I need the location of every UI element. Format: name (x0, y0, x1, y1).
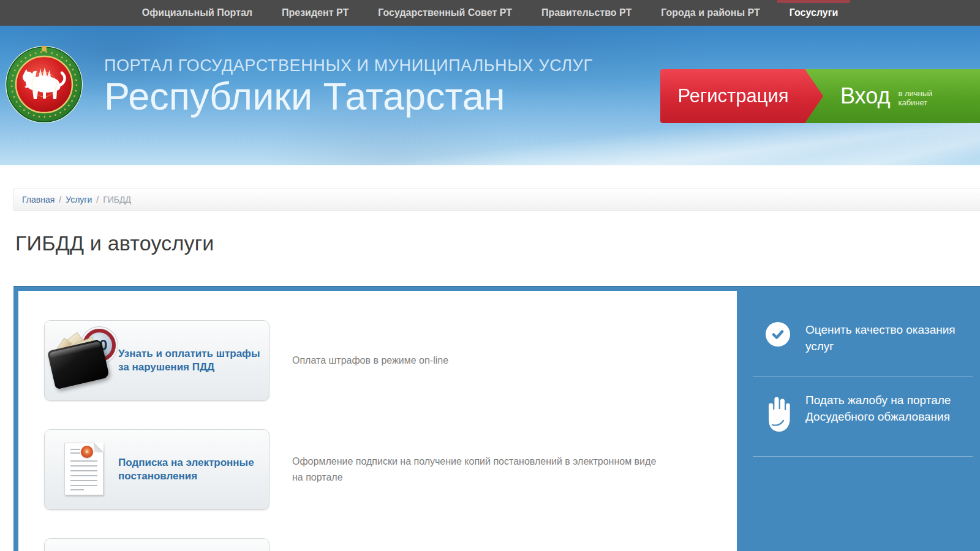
service-row-partial (44, 538, 737, 551)
nav-item-government[interactable]: Правительство РТ (538, 0, 635, 26)
content-frame: 40 Узнать и оплатить штрафы за нарушения… (13, 286, 980, 551)
login-button-note: в личный кабинет (898, 89, 937, 108)
document-icon: ✶ (64, 443, 104, 495)
breadcrumb-link-services[interactable]: Услуги (66, 195, 92, 204)
services-list: 40 Узнать и оплатить штрафы за нарушения… (18, 291, 737, 551)
login-button[interactable]: Вход в личный кабинет (800, 69, 980, 123)
sidebar-divider (753, 376, 973, 377)
service-card-fines[interactable]: 40 Узнать и оплатить штрафы за нарушения… (44, 320, 270, 401)
breadcrumb: Главная / Услуги / ГИБДД (13, 189, 980, 211)
nav-item-official-portal[interactable]: Официальный Портал (138, 0, 256, 26)
service-row-subscription: ✶ Подписка на электронные постановления … (44, 429, 737, 510)
sidebar-item-label: Подать жалобу на портале Досудебного обж… (805, 392, 962, 435)
top-nav: Официальный Портал Президент РТ Государс… (0, 0, 980, 26)
breadcrumb-link-home[interactable]: Главная (22, 195, 55, 204)
breadcrumb-current: ГИБДД (103, 195, 131, 204)
register-button-label: Регистрация (677, 85, 788, 107)
service-title: Узнать и оплатить штрафы за нарушения ПД… (118, 347, 262, 374)
portal-title-block: ПОРТАЛ ГОСУДАРСТВЕННЫХ И МУНИЦИПАЛЬНЫХ У… (104, 56, 593, 117)
check-circle-icon (766, 322, 790, 347)
tatarstan-coat-of-arms-logo[interactable] (5, 45, 83, 124)
service-card-partial[interactable] (44, 538, 270, 551)
page-title: ГИБДД и автоуслуги (15, 231, 980, 255)
service-card-subscription[interactable]: ✶ Подписка на электронные постановления (44, 429, 270, 510)
breadcrumb-separator: / (96, 195, 99, 204)
stop-hand-icon (764, 392, 792, 435)
portal-title: Республики Татарстан (104, 75, 593, 117)
breadcrumb-separator: / (59, 195, 61, 204)
site-header: ПОРТАЛ ГОСУДАРСТВЕННЫХ И МУНИЦИПАЛЬНЫХ У… (0, 26, 980, 165)
login-button-label: Вход (840, 83, 890, 109)
nav-item-gosuslugi[interactable]: Госуслуги (786, 0, 842, 26)
nav-item-cities-districts[interactable]: Города и районы РТ (657, 0, 763, 26)
service-title: Подписка на электронные постановления (118, 456, 262, 483)
sidebar-item-rate-quality[interactable]: Оценить качество оказания услуг (737, 320, 980, 376)
wallet-icon (47, 339, 110, 390)
sidebar-item-file-complaint[interactable]: Подать жалобу на портале Досудебного обж… (737, 390, 980, 456)
nav-item-president[interactable]: Президент РТ (278, 0, 352, 26)
decree-document-icon: ✶ (50, 435, 118, 504)
service-description: Оформление подписки на получение копий п… (270, 429, 698, 510)
register-button[interactable]: Регистрация (660, 69, 823, 123)
seal-icon: ✶ (81, 446, 93, 458)
service-description: Оплата штрафов в режиме on-line (270, 320, 698, 401)
right-sidebar: Оценить качество оказания услуг Подать ж… (737, 291, 980, 551)
sidebar-item-label: Оценить качество оказания услуг (805, 322, 962, 355)
sidebar-divider (753, 456, 973, 457)
service-row-fines: 40 Узнать и оплатить штрафы за нарушения… (44, 320, 737, 401)
nav-item-state-council[interactable]: Государственный Совет РТ (374, 0, 516, 26)
wallet-fines-icon: 40 (50, 326, 118, 395)
portal-subtitle: ПОРТАЛ ГОСУДАРСТВЕННЫХ И МУНИЦИПАЛЬНЫХ У… (104, 56, 593, 75)
